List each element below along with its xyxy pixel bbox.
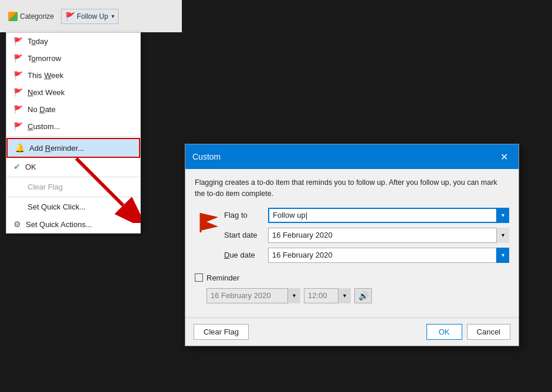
check-icon [13,162,21,171]
followup-button[interactable]: Follow Up ▾ [61,9,118,24]
dialog-title: Custom [192,152,221,161]
categorize-icon [8,12,18,21]
reminder-time-dropdown-btn[interactable]: ▾ [338,288,351,303]
followup-label: Follow Up [77,12,108,21]
reminder-checkbox[interactable] [195,273,203,282]
dialog-titlebar: Custom ✕ [185,144,519,169]
reminder-date-container: ▾ [206,288,300,303]
dialog-close-button[interactable]: ✕ [496,149,512,164]
flag-to-row: Flag to ▾ [224,208,509,223]
divider-3 [6,197,140,197]
menu-item-this-week[interactable]: This Week [6,67,140,84]
reminder-sub-row: ▾ ▾ 🔊 [195,288,509,303]
divider-1 [6,136,140,137]
menu-item-custom[interactable]: Custom... [6,118,140,135]
menu-item-add-reminder[interactable]: Add Reminder... [6,138,140,158]
svg-marker-2 [201,213,218,231]
reminder-row: Reminder [195,273,509,282]
start-date-dropdown-btn[interactable]: ▾ [496,228,509,243]
menu-item-next-week[interactable]: Next Week [6,84,140,101]
flag-icon-custom [13,122,23,131]
bell-icon [15,143,25,153]
menu-label-this-week: This Week [28,71,63,80]
due-date-input[interactable] [268,248,509,263]
due-date-input-container: ▾ [268,248,509,263]
flag-to-label: Flag to [224,211,268,219]
menu-item-tomorrow[interactable]: Tomorrow [6,50,140,67]
menu-label-clear-flag: Clear Flag [28,183,63,191]
followup-flag-icon [65,12,74,21]
flag-to-dropdown-btn[interactable]: ▾ [496,208,509,223]
gear-icon [13,219,21,229]
menu-item-today[interactable]: Today [6,33,140,50]
speaker-icon: 🔊 [358,291,368,300]
flag-icon-today [13,37,23,46]
menu-label-custom: Custom... [28,122,60,131]
reminder-time-container: ▾ [304,288,351,303]
menu-label-tomorrow: Tomorrow [28,54,61,63]
start-date-row: Start date ▾ [224,228,509,243]
footer-right-buttons: OK Cancel [426,324,510,340]
menu-label-no-date: No Date [28,105,56,114]
dialog-fields: Flag to ▾ Start date ▾ Due date [224,208,509,268]
flag-to-input-container: ▾ [268,208,509,223]
followup-arrow: ▾ [111,13,114,19]
categorize-button[interactable]: Categorize [5,9,57,23]
reminder-date-dropdown-btn[interactable]: ▾ [287,288,300,303]
menu-item-clear-flag: Clear Flag [6,178,140,195]
menu-label-mark-complete: OK [25,163,36,171]
flag-icon-next-week [13,88,23,97]
flag-icon-this-week [13,71,23,80]
dialog-body: Flagging creates a to-do item that remin… [185,169,519,317]
menu-label-next-week: Next Week [28,88,65,97]
reminder-date-input[interactable] [206,288,300,303]
ok-button[interactable]: OK [426,324,462,340]
due-date-dropdown-btn[interactable]: ▾ [496,248,509,263]
start-date-input-container: ▾ [268,228,509,243]
menu-item-set-quick-actions[interactable]: Set Quick Actions... [6,215,140,233]
speaker-button[interactable]: 🔊 [354,288,372,303]
menu-item-set-quick-click[interactable]: Set Quick Click... [6,198,140,215]
dialog-flag-icon [195,208,224,234]
flag-icon-tomorrow [13,54,23,63]
dialog-footer: Clear Flag OK Cancel [185,317,519,346]
menu-label-today: Today [28,37,48,46]
cancel-button[interactable]: Cancel [467,324,510,340]
menu-label-set-quick-actions: Set Quick Actions... [26,220,92,229]
menu-item-mark-complete[interactable]: OK [6,158,140,175]
menu-label-set-quick-click: Set Quick Click... [28,202,86,211]
clear-flag-button[interactable]: Clear Flag [194,324,249,340]
due-date-row: Due date ▾ [224,248,509,263]
toolbar: Categorize Follow Up ▾ [0,0,182,32]
flag-to-input[interactable] [268,208,509,223]
dialog-flag-area: Flag to ▾ Start date ▾ Due date [195,208,509,268]
reminder-label: Reminder [206,273,239,282]
custom-dialog: Custom ✕ Flagging creates a to-do item t… [185,144,519,346]
dialog-description: Flagging creates a to-do item that remin… [195,177,509,200]
categorize-label: Categorize [20,12,54,21]
due-date-label: Due date [224,251,268,259]
flag-icon-no-date [13,105,23,114]
menu-item-no-date[interactable]: No Date [6,101,140,118]
followup-dropdown: Today Tomorrow This Week Next Week No Da… [6,32,141,234]
divider-2 [6,177,140,177]
start-date-input[interactable] [268,228,509,243]
start-date-label: Start date [224,231,268,239]
menu-label-add-reminder: Add Reminder... [29,144,84,153]
